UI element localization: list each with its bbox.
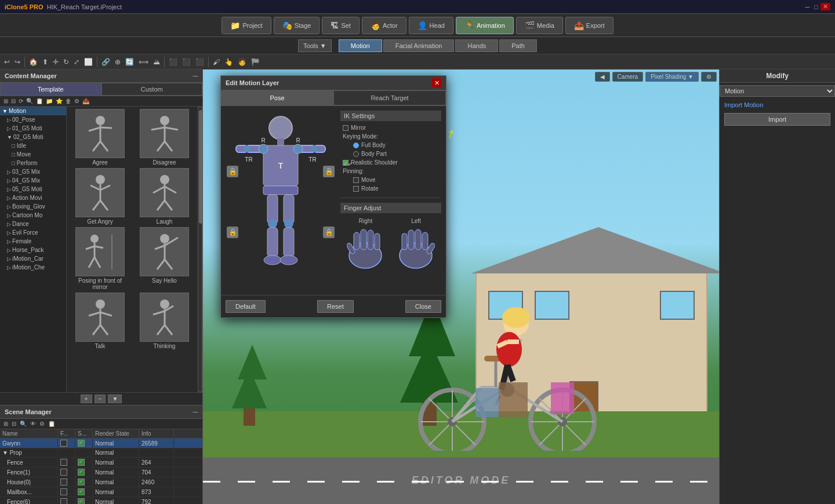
tree-item-motion[interactable]: ▼Motion [0,107,66,115]
modify-dropdown[interactable]: Motion [720,85,835,97]
content-btn-3[interactable]: ⟳ [17,97,24,105]
cell-mailbox-s[interactable] [75,487,93,496]
toolbar-media[interactable]: 🎬Media [516,17,563,34]
thumb-get-angry[interactable]: Get Angry [69,168,131,225]
window-minimize[interactable]: ─ [803,3,812,10]
dialog-tab-reach-target[interactable]: Reach Target [333,90,446,105]
person-button[interactable]: 🧑 [236,57,248,67]
scene-btn-4[interactable]: 👁 [29,420,37,428]
window-maximize[interactable]: □ [812,3,821,10]
toolbar-set[interactable]: 🏗Set [322,17,360,34]
window-close[interactable]: ✕ [821,3,830,10]
undo-button[interactable]: ↩ [2,57,12,67]
toolbar-stage[interactable]: 🎭Stage [274,17,320,34]
checkbox-fence1-f[interactable] [60,469,67,476]
toolbar-export[interactable]: 📤Export [565,17,613,34]
checkbox-fence6-f[interactable] [60,498,67,504]
content-btn-4[interactable]: 🔍 [25,97,34,105]
tree-item-02g5[interactable]: ▼02_G5 Moti [0,133,66,141]
snap-button[interactable]: 🔄 [124,57,136,67]
checkbox-house0-s[interactable] [78,479,85,485]
tree-item-idle[interactable]: □ Idle [0,141,66,150]
viewport-camera[interactable]: Camera [612,72,644,82]
tree-item-move[interactable]: □ Move [0,150,66,159]
dialog-close-btn[interactable]: ✕ [432,78,441,87]
thumb-agree[interactable]: Agree [69,109,131,166]
full-body-radio[interactable] [353,143,359,148]
scene-row-prop[interactable]: ▼ Prop Normal [0,448,202,458]
tree-item-evil[interactable]: ▷Evil Force [0,228,66,237]
checkbox-gwynn-f[interactable] [60,440,67,447]
tree-item-boxing[interactable]: ▷Boxing_Glov [0,202,66,211]
pin-rotate-checkbox[interactable] [353,186,359,192]
brush-button[interactable]: 🖌 [211,57,222,67]
scene-row-fence6[interactable]: Fence(6) Normal 792 [0,497,202,504]
cell-gwynn-f[interactable] [58,439,75,448]
tab-motion[interactable]: Motion [339,39,382,52]
tree-item-perform[interactable]: □ Perform [0,159,66,167]
content-btn-1[interactable]: ⊞ [2,97,9,105]
scene-row-gwynn[interactable]: Gwynn Normal 26589 [0,439,202,448]
terrain-button[interactable]: ⛰ [151,57,162,67]
content-btn-7[interactable]: ⭐ [55,97,64,105]
checkbox-fence6-s[interactable] [78,498,85,504]
scene-btn-1[interactable]: ⊞ [2,420,9,428]
content-btn-9[interactable]: ⚙ [73,97,81,105]
thumb-talk[interactable]: Talk [69,293,131,349]
tree-item-00pose[interactable]: ▷00_Pose [0,115,66,124]
move-button[interactable]: ✛ [51,57,60,67]
rotate-button[interactable]: ↻ [61,57,71,67]
tree-item-action[interactable]: ▷Action Movi [0,193,66,202]
link-button[interactable]: 🔗 [100,57,112,67]
tree-item-imotion-che[interactable]: ▷iMotion_Che [0,263,66,272]
thumb-say-hello[interactable]: Say Hello [133,227,195,290]
dialog-default-btn[interactable]: Default [226,300,266,313]
content-btn-10[interactable]: 📤 [81,97,90,105]
thumb-disagree[interactable]: Disagree [133,109,195,166]
scene-row-fence1[interactable]: Fence(1) Normal 704 [0,468,202,477]
viewport-shading[interactable]: Pixel Shading ▼ [645,72,699,82]
cell-gwynn-s[interactable] [75,439,93,448]
tree-item-03g5[interactable]: ▷03_G5 Mix [0,167,66,176]
dialog-tab-pose[interactable]: Pose [221,90,333,105]
thumb-thinking[interactable]: Thinking [133,293,195,349]
scale-button[interactable]: ⤢ [72,57,81,67]
view1-button[interactable]: ⬛ [167,57,179,67]
align-button[interactable]: ⊕ [113,57,122,67]
cell-house0-s[interactable] [75,477,93,487]
tools-menu[interactable]: Tools ▼ [298,39,332,52]
thumb-laugh[interactable]: Laugh [133,168,195,225]
scene-row-mailbox[interactable]: Mailbox... Normal 873 [0,487,202,497]
cell-fence1-s[interactable] [75,468,93,477]
content-scrollbar[interactable] [198,107,202,392]
tree-item-cartoon[interactable]: ▷Cartoon Mo [0,211,66,220]
realistic-shoulder-checkbox[interactable]: ✓ [343,160,348,166]
import-button[interactable]: Import [724,113,830,126]
tab-template[interactable]: Template [0,83,101,96]
tree-item-dance[interactable]: ▷Dance [0,220,66,228]
dialog-close-footer-btn[interactable]: Close [405,300,441,313]
checkbox-mailbox-s[interactable] [78,488,85,495]
tree-item-05g5[interactable]: ▷05_G5 Moti [0,185,66,193]
view2-button[interactable]: ⬛ [180,57,193,67]
tree-item-horse[interactable]: ▷Horse_Pack [0,246,66,254]
content-btn-8[interactable]: 🗑 [64,97,72,105]
scene-btn-3[interactable]: 🔍 [19,420,28,428]
viewport-expand[interactable]: ◀ [595,72,610,82]
cell-fence-f[interactable] [58,458,75,467]
tab-custom[interactable]: Custom [101,83,203,96]
cell-prop-s[interactable] [75,448,93,457]
cell-prop-f[interactable] [58,448,75,457]
tab-facial-animation[interactable]: Facial Animation [383,39,455,52]
checkbox-house0-f[interactable] [60,479,67,485]
scene-row-fence[interactable]: Fence Normal 264 [0,458,202,468]
checkbox-fence1-s[interactable] [78,469,85,476]
scene-btn-6[interactable]: 📋 [47,420,56,428]
tree-item-04g5[interactable]: ▷04_G5 Mix [0,176,66,185]
content-btn-5[interactable]: 📋 [35,97,44,105]
cell-fence1-f[interactable] [58,468,75,477]
checkbox-mailbox-f[interactable] [60,488,67,495]
scene-btn-2[interactable]: ⊟ [10,420,17,428]
tab-hands[interactable]: Hands [455,39,498,52]
tab-path[interactable]: Path [499,39,537,52]
